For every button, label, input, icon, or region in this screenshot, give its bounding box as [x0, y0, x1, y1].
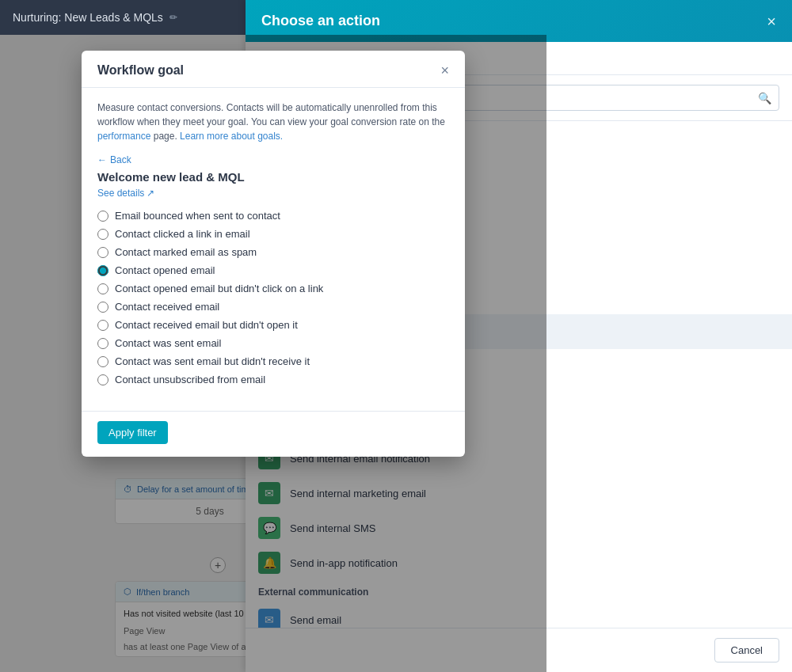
modal-title: Workflow goal [97, 63, 184, 78]
apply-filter-button[interactable]: Apply filter [97, 421, 168, 444]
panel-title: Choose an action [261, 13, 380, 29]
performance-link[interactable]: performance [97, 131, 150, 142]
see-details-link[interactable]: See details ↗ [97, 188, 154, 199]
radio-received-no-open[interactable]: Contact received email but didn't open i… [97, 319, 449, 331]
learn-more-link[interactable]: Learn more about goals. [180, 131, 283, 142]
back-link[interactable]: ← Back [97, 154, 449, 165]
external-link-icon: ↗ [147, 188, 154, 199]
radio-received-email[interactable]: Contact received email [97, 301, 449, 313]
radio-opened-no-click[interactable]: Contact opened email but didn't click on… [97, 283, 449, 294]
modal-description: Measure contact conversions. Contacts wi… [97, 101, 449, 143]
modal-overlay: Workflow goal × Measure contact conversi… [0, 35, 546, 672]
modal-footer: Apply filter [82, 411, 465, 457]
radio-sent-no-receive[interactable]: Contact was sent email but didn't receiv… [97, 355, 449, 367]
edit-icon[interactable]: ✏ [169, 12, 177, 23]
cancel-button[interactable]: Cancel [714, 638, 779, 663]
search-icon: 🔍 [758, 92, 771, 104]
radio-was-sent[interactable]: Contact was sent email [97, 337, 449, 349]
modal-close-button[interactable]: × [440, 63, 449, 78]
radio-group: Email bounced when sent to contact Conta… [97, 210, 449, 385]
radio-marked-spam[interactable]: Contact marked email as spam [97, 246, 449, 258]
welcome-title: Welcome new lead & MQL [97, 170, 449, 184]
panel-close-button[interactable]: × [767, 13, 776, 29]
workflow-goal-modal: Workflow goal × Measure contact conversi… [82, 51, 465, 457]
radio-opened-email[interactable]: Contact opened email [97, 264, 449, 276]
modal-body: Measure contact conversions. Contacts wi… [82, 88, 465, 411]
modal-header: Workflow goal × [82, 51, 465, 88]
radio-clicked-link[interactable]: Contact clicked a link in email [97, 228, 449, 240]
workflow-title: Nurturing: New Leads & MQLs [13, 11, 163, 24]
radio-email-bounced[interactable]: Email bounced when sent to contact [97, 210, 449, 222]
radio-unsubscribed[interactable]: Contact unsubscribed from email [97, 374, 449, 385]
